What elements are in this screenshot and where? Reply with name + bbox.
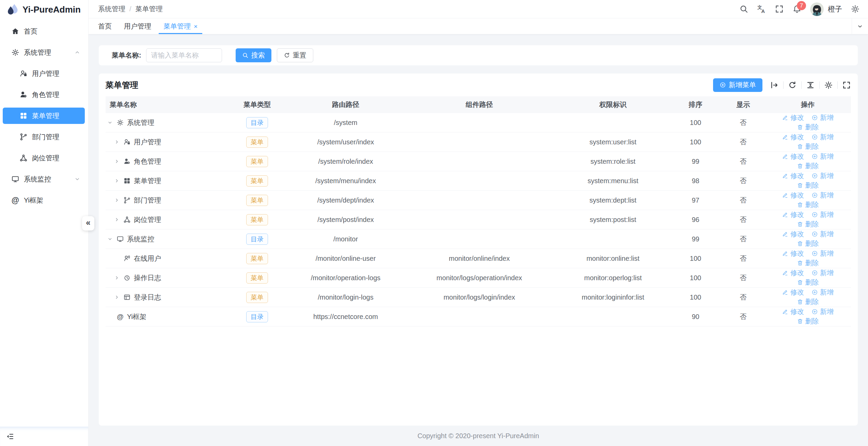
delete-link[interactable]: 删除 xyxy=(797,278,819,287)
sidebar-item-post[interactable]: 岗位管理 xyxy=(0,147,88,169)
delete-link[interactable]: 删除 xyxy=(797,258,819,268)
add-menu-button[interactable]: 新增菜单 xyxy=(713,78,762,92)
close-icon[interactable]: × xyxy=(194,23,198,30)
expand-toggle[interactable] xyxy=(112,157,121,166)
sidebar-item-grid[interactable]: 菜单管理 xyxy=(3,108,85,124)
divider xyxy=(819,81,820,89)
edit-link[interactable]: 修改 xyxy=(782,268,804,277)
menu-fold-icon[interactable] xyxy=(6,432,14,441)
expand-toggle[interactable] xyxy=(112,273,121,282)
delete-link[interactable]: 删除 xyxy=(797,297,819,306)
menu-type-cell: 菜单 xyxy=(225,249,289,268)
sidebar-collapse-button[interactable]: « xyxy=(82,216,94,230)
route-cell: /monitor/login-logs xyxy=(289,288,402,307)
expand-toggle[interactable] xyxy=(112,176,121,185)
tab-用户管理[interactable]: 用户管理 xyxy=(118,18,157,34)
delete-link[interactable]: 删除 xyxy=(797,200,819,209)
add-link[interactable]: 新增 xyxy=(811,229,834,239)
sidebar-item-gear[interactable]: 系统管理 xyxy=(0,42,88,63)
search-button[interactable]: 搜索 xyxy=(236,48,271,62)
menu-name-label: Yi框架 xyxy=(127,312,146,321)
add-link[interactable]: 新增 xyxy=(811,132,834,142)
trash-icon xyxy=(797,260,803,266)
add-link[interactable]: 新增 xyxy=(811,113,834,122)
add-link[interactable]: 新增 xyxy=(811,249,834,258)
edit-link[interactable]: 修改 xyxy=(782,307,804,316)
sidebar-item-label: 系统管理 xyxy=(24,48,74,57)
sidebar-item-at[interactable]: @Yi框架 xyxy=(0,190,88,211)
expand-table-icon[interactable] xyxy=(770,81,779,90)
expand-toggle[interactable] xyxy=(106,118,114,127)
add-link[interactable]: 新增 xyxy=(811,268,834,277)
menu-name-label: 部门管理 xyxy=(134,196,161,205)
tab-菜单管理[interactable]: 菜单管理× xyxy=(157,18,204,34)
trash-icon xyxy=(797,221,803,227)
fullscreen-icon[interactable] xyxy=(775,4,784,14)
edit-pencil-icon xyxy=(782,270,788,276)
expand-toggle[interactable] xyxy=(112,215,121,224)
action-label: 修改 xyxy=(790,171,804,180)
add-link[interactable]: 新增 xyxy=(811,171,834,180)
translate-icon[interactable]: 文A xyxy=(757,4,766,14)
actions-cell: 修改新增删除 xyxy=(764,171,851,191)
sidebar-item-dept[interactable]: 部门管理 xyxy=(0,126,88,147)
delete-link[interactable]: 删除 xyxy=(797,317,819,326)
breadcrumb-item[interactable]: 菜单管理 xyxy=(136,4,163,14)
add-link[interactable]: 新增 xyxy=(811,210,834,219)
sidebar-item-home[interactable]: 首页 xyxy=(0,21,88,42)
edit-link[interactable]: 修改 xyxy=(782,191,804,200)
sidebar-item-role[interactable]: 角色管理 xyxy=(0,84,88,105)
name-cell: 部门管理 xyxy=(106,196,225,205)
delete-link[interactable]: 删除 xyxy=(797,142,819,151)
edit-link[interactable]: 修改 xyxy=(782,288,804,297)
sidebar-item-monitor[interactable]: 系统监控 xyxy=(0,169,88,190)
menu-name-input[interactable] xyxy=(146,48,222,62)
add-link[interactable]: 新增 xyxy=(811,152,834,161)
add-link[interactable]: 新增 xyxy=(811,288,834,297)
edit-link[interactable]: 修改 xyxy=(782,229,804,239)
copyright-text: Copyright © 2020-present Yi-PureAdmin xyxy=(417,432,539,440)
component-cell xyxy=(402,210,557,229)
search-icon[interactable] xyxy=(739,4,748,14)
refresh-icon[interactable] xyxy=(788,81,797,90)
main-area: 系统管理/菜单管理 文A 7 xyxy=(89,0,868,446)
delete-link[interactable]: 删除 xyxy=(797,239,819,248)
expand-toggle[interactable] xyxy=(112,196,121,205)
add-link[interactable]: 新增 xyxy=(811,191,834,200)
edit-link[interactable]: 修改 xyxy=(782,249,804,258)
sidebar-item-user[interactable]: 用户管理 xyxy=(0,63,88,84)
reset-button[interactable]: 重置 xyxy=(277,48,313,62)
menu-type-cell: 菜单 xyxy=(225,171,289,191)
edit-link[interactable]: 修改 xyxy=(782,210,804,219)
density-icon[interactable] xyxy=(806,81,815,90)
menu-type-tag: 菜单 xyxy=(246,214,268,225)
loginlog-icon xyxy=(123,293,131,301)
plus-circle-icon xyxy=(811,289,818,296)
delete-link[interactable]: 删除 xyxy=(797,161,819,171)
edit-link[interactable]: 修改 xyxy=(782,113,804,122)
logo[interactable]: Yi-PureAdmin xyxy=(0,0,88,19)
edit-link[interactable]: 修改 xyxy=(782,152,804,161)
edit-link[interactable]: 修改 xyxy=(782,171,804,180)
delete-link[interactable]: 删除 xyxy=(797,181,819,190)
component-cell xyxy=(402,113,557,132)
table-row: 角色管理菜单/system/role/indexsystem:role:list… xyxy=(106,152,851,171)
breadcrumb-item[interactable]: 系统管理 xyxy=(98,4,125,14)
plus-circle-icon xyxy=(811,211,818,218)
expand-toggle[interactable] xyxy=(112,293,121,302)
settings-gear-icon[interactable] xyxy=(851,4,860,14)
expand-toggle[interactable] xyxy=(112,138,121,146)
delete-link[interactable]: 删除 xyxy=(797,220,819,229)
tab-首页[interactable]: 首页 xyxy=(92,18,118,34)
edit-link[interactable]: 修改 xyxy=(782,132,804,142)
column-settings-gear-icon[interactable] xyxy=(824,81,833,90)
fullscreen-icon[interactable] xyxy=(842,81,851,90)
user-menu[interactable]: 橙子 xyxy=(810,2,842,16)
sidebar-item-label: 部门管理 xyxy=(32,132,81,142)
tabs-dropdown-button[interactable] xyxy=(852,18,868,34)
route-cell: /system/dept/index xyxy=(289,191,402,210)
expand-toggle[interactable] xyxy=(106,235,114,243)
notifications-button[interactable]: 7 xyxy=(792,4,802,14)
delete-link[interactable]: 删除 xyxy=(797,123,819,132)
add-link[interactable]: 新增 xyxy=(811,307,834,316)
